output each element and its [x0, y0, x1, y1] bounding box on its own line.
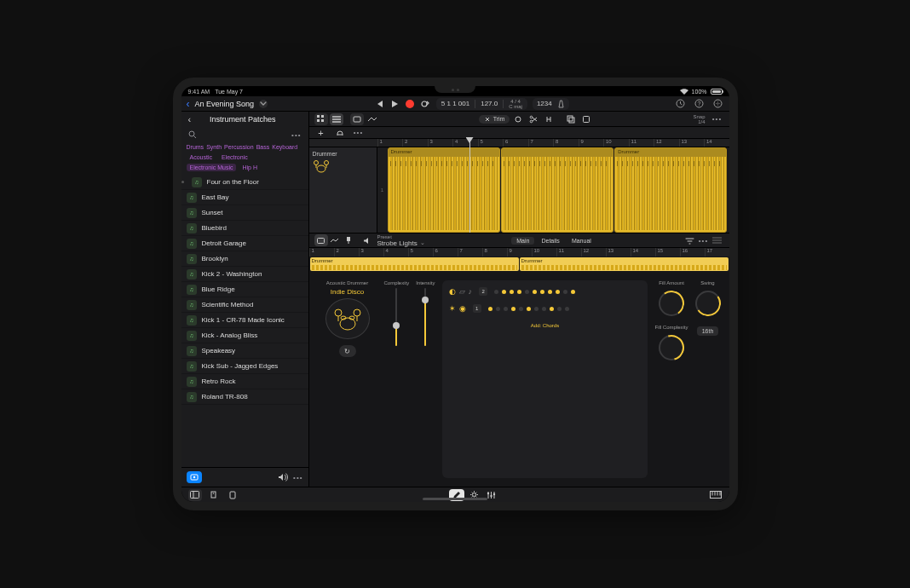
editor-regions[interactable]: DrummerDrummer: [309, 257, 729, 272]
lcd-display[interactable]: 5 1 1 001 127.0 4 / 4C maj: [436, 98, 527, 110]
sidebar-back-button[interactable]: ‹: [188, 115, 192, 124]
mute-icon[interactable]: [360, 234, 374, 246]
library-view-button[interactable]: [188, 489, 202, 501]
category-tag[interactable]: Synth: [206, 144, 222, 150]
settings-button[interactable]: [712, 98, 724, 110]
editor-step-button[interactable]: [342, 234, 355, 246]
editor-region-view-button[interactable]: [314, 234, 328, 246]
pattern-dot[interactable]: [494, 290, 498, 294]
lcd-count-display[interactable]: 1234: [533, 98, 569, 110]
patch-item[interactable]: ♫Roland TR-808: [181, 389, 308, 405]
hihat-icon[interactable]: ♪: [469, 287, 473, 296]
pattern-dot[interactable]: [540, 290, 544, 294]
row-a-page[interactable]: 2: [479, 287, 487, 296]
notes-view-button[interactable]: [226, 489, 239, 501]
scissors-tool-button[interactable]: [527, 113, 540, 125]
patch-item[interactable]: ♫Blue Ridge: [181, 282, 308, 297]
editor-filter-button[interactable]: [682, 234, 696, 246]
mixer-view-button[interactable]: [207, 489, 221, 501]
kick-section-icons[interactable]: ✶ ◉: [449, 304, 466, 313]
subcategory-tag[interactable]: Acoustic: [187, 153, 216, 161]
preset-dropdown-icon[interactable]: ⌄: [420, 239, 425, 246]
audio-region[interactable]: Drummer: [614, 147, 727, 233]
pattern-dot[interactable]: [496, 307, 500, 311]
hihat-section-icons[interactable]: ◐ ▱ ♪: [449, 287, 473, 296]
keyboard-button[interactable]: [709, 489, 723, 501]
editor-list-button[interactable]: [710, 234, 723, 246]
playhead[interactable]: [469, 139, 470, 233]
add-track-button[interactable]: +: [314, 127, 328, 139]
join-tool-button[interactable]: [542, 113, 556, 125]
pattern-dot[interactable]: [571, 290, 575, 294]
editor-tab[interactable]: Details: [536, 237, 564, 245]
sidebar-more-button[interactable]: •••: [291, 131, 301, 139]
patch-item[interactable]: ♫Kick 2 - Washington: [181, 267, 308, 282]
pattern-dot[interactable]: [542, 307, 546, 311]
regenerate-button[interactable]: ↻: [339, 345, 356, 357]
patch-item[interactable]: ♫Brooklyn: [181, 251, 308, 267]
pattern-dot[interactable]: [510, 290, 514, 294]
record-button[interactable]: [404, 98, 416, 110]
project-menu-button[interactable]: [259, 100, 268, 108]
snap-display[interactable]: Snap 1/4: [693, 114, 708, 124]
volume-icon[interactable]: [278, 473, 288, 481]
pattern-dot[interactable]: [534, 307, 539, 311]
patch-item[interactable]: ♫Scientific Method: [181, 297, 308, 313]
help-button[interactable]: ?: [694, 98, 706, 110]
pattern-row-b[interactable]: [488, 307, 569, 311]
trim-mode-button[interactable]: Trim: [479, 115, 510, 124]
editor-tab[interactable]: Manual: [567, 237, 596, 245]
sixteenth-button[interactable]: 16th: [697, 326, 719, 336]
automation-view-button[interactable]: [366, 113, 379, 125]
pattern-dot[interactable]: [548, 290, 552, 294]
editor-ruler[interactable]: 1234567891011121314151617: [309, 248, 729, 257]
subcategory-tag[interactable]: Electronic Music: [187, 164, 237, 171]
track-header[interactable]: Drummer: [309, 147, 377, 233]
preset-name[interactable]: Strobe Lights: [377, 239, 418, 247]
pattern-dot[interactable]: [502, 290, 506, 294]
pattern-dot[interactable]: [556, 290, 560, 294]
swing-knob[interactable]: [695, 291, 721, 316]
loop-tool-button[interactable]: [511, 113, 525, 125]
play-button[interactable]: [389, 98, 400, 110]
complexity-slider[interactable]: [390, 288, 402, 346]
audio-region[interactable]: Drummer: [388, 147, 500, 233]
arrange-more-button[interactable]: •••: [711, 113, 724, 125]
editor-more-button[interactable]: •••: [696, 234, 710, 246]
region-view-button[interactable]: [350, 113, 364, 125]
patch-item[interactable]: ♫Kick Sub - Jagged Edges: [181, 359, 308, 374]
sidebar-actions-button[interactable]: •••: [293, 474, 302, 481]
kit-image[interactable]: [325, 298, 370, 339]
snare-icon[interactable]: ◉: [459, 304, 466, 313]
back-button[interactable]: ‹: [187, 99, 190, 109]
view-list-button[interactable]: [330, 113, 343, 125]
pattern-dot[interactable]: [563, 290, 567, 294]
fill-complexity-knob[interactable]: [659, 335, 684, 360]
patch-item[interactable]: ♫Kick 1 - CR-78 Made Iconic: [181, 313, 308, 328]
pattern-dot[interactable]: [511, 307, 515, 311]
editor-region[interactable]: Drummer: [310, 257, 519, 271]
track-regions-container[interactable]: DrummerDrummer: [388, 147, 729, 233]
kit-name[interactable]: Indie Disco: [331, 288, 365, 296]
pattern-row-a[interactable]: [494, 290, 575, 294]
patch-item[interactable]: ♫Speakeasy: [181, 343, 308, 359]
pattern-dot[interactable]: [557, 307, 562, 311]
pattern-dot[interactable]: [525, 290, 529, 294]
category-tag[interactable]: Bass: [256, 144, 270, 150]
editor-region[interactable]: Drummer: [520, 257, 729, 271]
pattern-dot[interactable]: [533, 290, 537, 294]
view-grid-button[interactable]: [314, 113, 328, 125]
input-monitor-button[interactable]: [333, 127, 347, 139]
track-more-button[interactable]: •••: [352, 127, 366, 139]
patch-list[interactable]: ♫Four on the Floor♫East Bay♫Sunset♫Blueb…: [181, 175, 308, 467]
intensity-slider[interactable]: [419, 288, 431, 346]
editor-automation-button[interactable]: [328, 234, 342, 246]
add-chords-label[interactable]: Add: Chords: [449, 323, 642, 328]
subcategory-tag[interactable]: Hip H: [239, 164, 261, 171]
pattern-dot[interactable]: [565, 307, 569, 311]
category-tag[interactable]: Keyboard: [272, 144, 297, 150]
patch-item[interactable]: ♫Sunset: [181, 205, 308, 221]
subcategory-tag[interactable]: Electronic: [218, 153, 251, 161]
cymbal-icon[interactable]: ◐: [449, 287, 456, 296]
audio-region[interactable]: [501, 147, 613, 233]
